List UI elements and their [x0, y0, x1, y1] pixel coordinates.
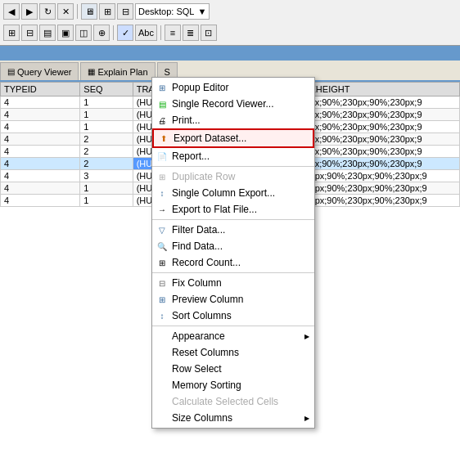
fix-column-icon: ⊟	[156, 276, 169, 290]
menu-item-export-dataset[interactable]: ⬆ Export Dataset...	[152, 128, 314, 148]
menu-item-single-record-viewer[interactable]: ▤ Single Record Viewer...	[152, 96, 314, 112]
tab-query-viewer[interactable]: ▤ Query Viewer	[0, 62, 79, 80]
record-count-icon: ⊞	[156, 256, 169, 269]
menu-item-find-data[interactable]: 🔍 Find Data...	[152, 238, 314, 254]
cell-typeid: 4	[1, 195, 80, 207]
tb2-btn-11[interactable]: ⊡	[201, 25, 217, 41]
tab-label-explain-plan: Explain Plan	[97, 67, 147, 77]
menu-item-size-columns[interactable]: Size Columns ▶	[152, 410, 314, 426]
menu-label-sort-columns: Sort Columns	[172, 310, 232, 321]
menu-sep-4	[152, 326, 314, 326]
menu-label-single-column-export: Single Column Export...	[172, 187, 275, 199]
memory-sorting-icon	[156, 379, 169, 392]
menu-sep-1	[152, 166, 314, 167]
context-menu: ⊞ Popup Editor ▤ Single Record Viewer...…	[151, 77, 315, 429]
tb2-btn-5[interactable]: ◫	[75, 25, 92, 41]
menu-label-print: Print...	[172, 115, 201, 126]
nav-fwd-btn[interactable]: ▶	[21, 3, 38, 20]
menu-item-export-flat-file[interactable]: → Export to Flat File...	[152, 201, 314, 218]
cell-mixheight: 230px;90%;230px;90%;230px;9	[296, 182, 460, 195]
appearance-submenu-arrow: ▶	[304, 333, 309, 340]
cell-mixheight: 30px;90%;230px;90%;230px;9	[296, 97, 460, 109]
workspace-dropdown[interactable]: Desktop: SQL ▼	[135, 3, 210, 20]
dropdown-arrow: ▼	[197, 7, 206, 16]
cell-seq: 2	[80, 133, 133, 146]
cell-seq: 2	[80, 146, 133, 158]
menu-item-report[interactable]: 📄 Report...	[152, 148, 314, 164]
cell-typeid: 4	[1, 109, 80, 121]
tb2-btn-4[interactable]: ▣	[57, 25, 74, 41]
tb2-btn-2[interactable]: ⊟	[21, 25, 38, 41]
menu-label-memory-sorting: Memory Sorting	[172, 379, 241, 391]
menu-item-filter-data[interactable]: ▽ Filter Data...	[152, 222, 314, 238]
export-flat-file-icon: →	[156, 203, 169, 216]
menu-label-appearance: Appearance	[172, 330, 225, 342]
cell-typeid: 4	[1, 121, 80, 133]
tb-btn-1[interactable]: 🖥	[81, 3, 97, 20]
row-select-icon	[156, 362, 169, 375]
menu-item-appearance[interactable]: Appearance ▶	[152, 328, 314, 344]
menu-label-preview-column: Preview Column	[172, 294, 243, 305]
cell-seq: 2	[80, 158, 133, 170]
cell-seq: 1	[80, 109, 133, 121]
menu-item-reset-columns[interactable]: Reset Columns	[152, 344, 314, 361]
menu-label-record-count: Record Count...	[172, 257, 241, 268]
cell-typeid: 4	[1, 158, 80, 170]
cell-typeid: 4	[1, 97, 80, 109]
menu-sep-3	[152, 272, 314, 273]
cell-seq: 3	[80, 170, 133, 182]
menu-item-print[interactable]: 🖨 Print...	[152, 112, 314, 128]
tb2-btn-9[interactable]: ≡	[165, 25, 181, 41]
menu-item-record-count[interactable]: ⊞ Record Count...	[152, 254, 314, 271]
reset-columns-icon	[156, 346, 169, 359]
explain-plan-icon: ▦	[88, 67, 95, 76]
menu-label-size-columns: Size Columns	[172, 412, 232, 424]
menu-item-calculate-cells[interactable]: Calculate Selected Cells	[152, 393, 314, 410]
menu-item-single-column-export[interactable]: ↕ Single Column Export...	[152, 185, 314, 201]
menu-item-sort-columns[interactable]: ↕ Sort Columns	[152, 308, 314, 324]
menu-item-row-select[interactable]: Row Select	[152, 361, 314, 377]
menu-sep-2	[152, 219, 314, 220]
sort-columns-icon: ↕	[156, 309, 169, 322]
header-bar	[0, 46, 460, 61]
menu-label-export-flat-file: Export to Flat File...	[172, 204, 257, 215]
menu-label-duplicate-row: Duplicate Row	[172, 171, 235, 182]
calculate-cells-icon	[156, 395, 169, 408]
tb2-btn-8[interactable]: Abc	[135, 25, 157, 41]
duplicate-row-icon: ⊞	[156, 170, 169, 183]
popup-editor-icon: ⊞	[156, 81, 169, 94]
tab-explain-plan[interactable]: ▦ Explain Plan	[80, 62, 155, 80]
menu-label-find-data: Find Data...	[172, 240, 223, 252]
stop-btn[interactable]: ✕	[57, 3, 74, 20]
report-icon: 📄	[156, 150, 169, 163]
single-record-icon: ▤	[156, 97, 169, 110]
s-tab-label: S	[165, 67, 170, 77]
cell-seq: 1	[80, 121, 133, 133]
tb2-btn-7[interactable]: ✓	[117, 25, 133, 41]
menu-item-memory-sorting[interactable]: Memory Sorting	[152, 377, 314, 393]
menu-item-fix-column[interactable]: ⊟ Fix Column	[152, 275, 314, 291]
menu-label-fix-column: Fix Column	[172, 277, 222, 289]
cell-mixheight: 30px;90%;230px;90%;230px;9	[296, 133, 460, 146]
tb-btn-2[interactable]: ⊞	[99, 3, 115, 20]
col-header-mixheight[interactable]: MIXHEIGHT	[296, 83, 460, 97]
toolbar-row-1: ◀ ▶ ↻ ✕ 🖥 ⊞ ⊟ Desktop: SQL ▼	[3, 2, 457, 21]
col-header-typeid[interactable]: TYPEID	[1, 83, 80, 97]
refresh-btn[interactable]: ↻	[39, 3, 56, 20]
tb2-btn-1[interactable]: ⊞	[3, 25, 20, 41]
tb2-btn-3[interactable]: ▤	[39, 25, 56, 41]
sep1	[77, 4, 78, 19]
menu-item-popup-editor[interactable]: ⊞ Popup Editor	[152, 79, 314, 96]
cell-mixheight: 230px;90%;230px;90%;230px;9	[296, 170, 460, 182]
menu-item-duplicate-row[interactable]: ⊞ Duplicate Row	[152, 168, 314, 185]
nav-back-btn[interactable]: ◀	[3, 3, 20, 20]
tb2-btn-10[interactable]: ≣	[183, 25, 199, 41]
col-header-seq[interactable]: SEQ	[80, 83, 133, 97]
tb-btn-3[interactable]: ⊟	[117, 3, 133, 20]
menu-label-row-select: Row Select	[172, 363, 222, 375]
tb2-btn-6[interactable]: ⊕	[93, 25, 110, 41]
size-columns-icon	[156, 411, 169, 424]
cell-typeid: 4	[1, 133, 80, 146]
menu-item-preview-column[interactable]: ⊞ Preview Column	[152, 291, 314, 308]
menu-label-filter-data: Filter Data...	[172, 224, 225, 236]
